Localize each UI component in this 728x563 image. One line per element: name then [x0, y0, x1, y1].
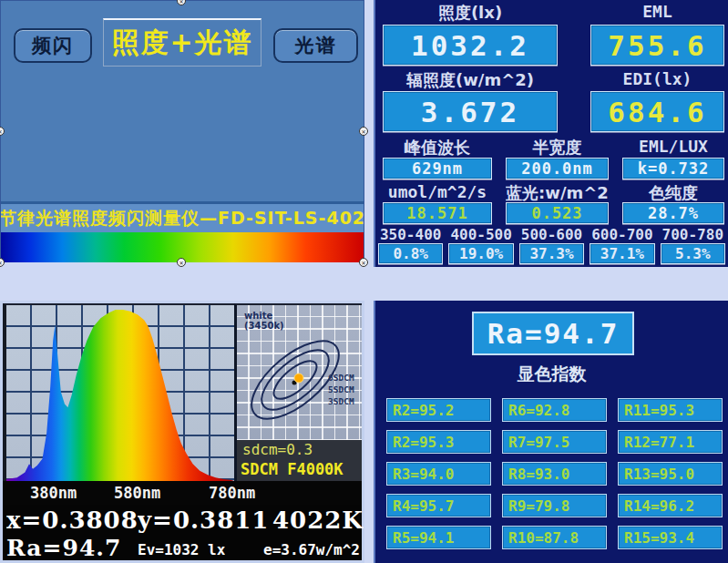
peak-wavelength-value: 629nm: [383, 158, 492, 179]
cri-cell-r8: R8=93.0: [502, 462, 607, 486]
blue-light-value: 0.523: [506, 202, 609, 224]
umol-value: 18.571: [383, 202, 492, 224]
cri-cell-r7: R7=97.5: [502, 430, 607, 454]
band-350-400-value: 0.8%: [378, 243, 443, 264]
eml-value: 755.6: [590, 25, 724, 66]
band-700-780-value: 5.3%: [661, 243, 725, 264]
ra-value: Ra=94.7: [6, 535, 121, 561]
cie-x-value: x=0.3808: [6, 507, 138, 534]
spectrum-chart: [3, 303, 234, 481]
band-400-500-value: 19.0%: [448, 243, 513, 264]
tick-380nm: 380nm: [30, 484, 77, 502]
band-500-600-label: 500-600: [519, 226, 584, 243]
e-value: e=3.67w/m^2: [263, 541, 360, 558]
edi-label: EDI(lx): [590, 69, 724, 91]
wavelength-axis: 380nm 580nm 780nm: [3, 481, 362, 505]
cri-cell-r3: R3=94.0: [386, 462, 491, 486]
fwhm-label: 半宽度: [506, 137, 609, 159]
cie-chromaticity-inset: white (3450k) 6SDCM 5SDCM 3SDCM sdcm=0.3…: [234, 303, 362, 481]
band-350-400-label: 350-400: [378, 226, 443, 243]
fwhm-value: 200.0nm: [506, 158, 609, 179]
eml-lux-label: EML/LUX: [622, 137, 724, 159]
tick-780nm: 780nm: [209, 484, 255, 502]
cri-cell-r9: R9=79.8: [502, 494, 607, 517]
ring-label-outer: 6SDCM: [328, 373, 354, 383]
cie-y-value: y=0.3811: [138, 507, 269, 534]
cri-cell-r4: R4=95.7: [386, 494, 491, 517]
chromaticity-readout: x=0.3808 y=0.3811 4022K Ra=94.7 Ev=1032 …: [3, 505, 362, 560]
irradiance-value: 3.672: [383, 91, 558, 132]
cri-cell-r10: R10=87.8: [502, 526, 607, 549]
device-title: 节律光谱照度频闪测量仪—FD-SIT-LS-402: [1, 201, 364, 232]
sdcm-readout: sdcm=0.3 SDCM F4000K: [237, 440, 362, 481]
cri-cell-r12: R12=77.1: [618, 430, 723, 454]
cri-grid: R2=95.2 R6=92.8 R11=95.3 R2=95.3 R7=97.5…: [386, 398, 723, 549]
irradiance-label: 辐照度(w/m^2): [383, 69, 558, 91]
edi-value: 684.6: [590, 91, 724, 132]
cri-cell-r2: R2=95.3: [386, 430, 491, 454]
spectrum-curve-icon: [6, 305, 234, 481]
white-point-label: white (3450k): [244, 311, 284, 331]
readings-panel: 照度(lx) EML 1032.2 755.6 辐照度(w/m^2) EDI(l…: [374, 0, 728, 267]
spectrum-panel: white (3450k) 6SDCM 5SDCM 3SDCM sdcm=0.3…: [0, 301, 364, 563]
ring-label-inner: 3SDCM: [328, 396, 354, 406]
cri-cell-r11: R11=95.3: [618, 398, 723, 422]
band-400-500-label: 400-500: [448, 226, 513, 243]
cri-panel: Ra=94.7 显色指数 R2=95.2 R6=92.8 R11=95.3 R2…: [374, 301, 728, 563]
band-500-600-value: 37.3%: [519, 243, 584, 264]
cri-cell-r6: R6=92.8: [502, 398, 607, 422]
cri-cell-r1: R2=95.2: [386, 398, 491, 422]
spectrum-mode-button[interactable]: 光谱: [273, 28, 358, 63]
cri-cell-r13: R13=95.0: [618, 462, 723, 486]
ring-label-middle: 5SDCM: [328, 384, 354, 394]
selection-handle-bottom[interactable]: ✕: [177, 258, 186, 267]
lux-label: 照度(lx): [383, 2, 558, 24]
band-700-780-label: 700-780: [661, 226, 725, 243]
lux-spectrum-mode-button[interactable]: 照度+光谱: [103, 18, 261, 67]
peak-wavelength-label: 峰值波长: [383, 137, 492, 159]
band-600-700-value: 37.1%: [590, 243, 654, 264]
cri-cell-r5: R5=94.1: [386, 526, 491, 549]
umol-label: umol/m^2/s: [383, 182, 492, 204]
mode-panel: 频闪 照度+光谱 光谱 节律光谱照度频闪测量仪—FD-SIT-LS-402: [0, 0, 364, 261]
blue-light-label: 蓝光:w/m^2: [506, 182, 609, 204]
selection-handle-bottom-left[interactable]: ✕: [0, 258, 5, 267]
selection-handle-bottom-right[interactable]: ✕: [359, 258, 368, 267]
ev-value: Ev=1032 lx: [138, 541, 225, 558]
flicker-mode-button[interactable]: 频闪: [14, 28, 92, 63]
purity-value: 28.7%: [622, 202, 724, 224]
ra-readout: Ra=94.7: [472, 312, 634, 355]
eml-label: EML: [590, 2, 724, 24]
selection-handle-right[interactable]: ✕: [359, 127, 368, 136]
tick-580nm: 580nm: [114, 484, 160, 502]
sdcm-value: sdcm=0.3: [242, 441, 313, 458]
cri-subtitle: 显色指数: [375, 363, 728, 386]
cri-cell-r14: R14=96.2: [618, 494, 723, 517]
cct-value: 4022K: [272, 507, 364, 534]
sdcm-bin: SDCM F4000K: [241, 460, 343, 478]
band-600-700-label: 600-700: [590, 226, 654, 243]
purity-label: 色纯度: [622, 182, 724, 204]
lux-value: 1032.2: [383, 25, 558, 66]
cri-cell-r15: R15=93.4: [618, 526, 723, 549]
eml-lux-value: k=0.732: [622, 158, 724, 179]
